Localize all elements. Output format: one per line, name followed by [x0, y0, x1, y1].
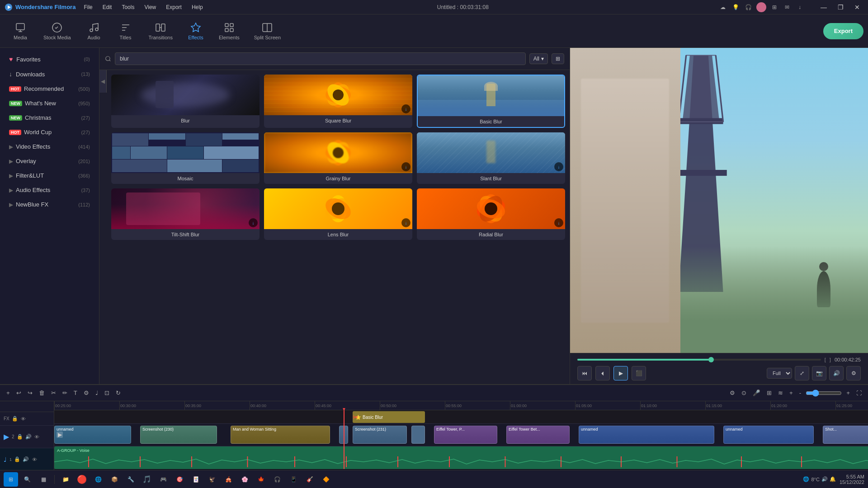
menu-file[interactable]: File — [79, 3, 97, 11]
full-screen-tl[interactable]: ⛶ — [854, 388, 863, 398]
audio-clip-main[interactable]: A-GROUP - Voise — [54, 446, 868, 469]
taskbar-icon-12[interactable]: 🌸 — [237, 472, 252, 487]
mail-icon[interactable]: ✉ — [783, 3, 792, 12]
menu-view[interactable]: View — [140, 3, 160, 11]
add-media-button[interactable]: + — [5, 388, 12, 398]
taskbar-icon-9[interactable]: 🃏 — [189, 472, 203, 487]
taskbar-icon-13[interactable]: 🍁 — [254, 472, 268, 487]
progress-bar-area[interactable]: [ ] 00:00:42:25 — [577, 357, 861, 362]
undo-button[interactable]: ↩ — [14, 388, 23, 398]
grid-toggle-button[interactable]: ⊞ — [552, 53, 564, 64]
toolbar-transitions[interactable]: Transitions — [142, 18, 180, 45]
toolbar-elements[interactable]: Elements — [212, 18, 247, 45]
menu-export[interactable]: Export — [161, 3, 186, 11]
sidebar-item-video-effects[interactable]: ▶ Video Effects (414) — [3, 140, 96, 154]
snap-button[interactable]: ⊙ — [740, 388, 748, 398]
taskbar-icon-7[interactable]: 🎮 — [156, 472, 170, 487]
settings-tl-button[interactable]: ⚙ — [728, 388, 737, 398]
track-visible-icon[interactable]: 👁 — [20, 415, 27, 422]
fullscreen-button[interactable]: ⤢ — [795, 366, 809, 380]
track-a-lock-icon[interactable]: 🔒 — [14, 456, 21, 463]
lightbulb-icon[interactable]: 💡 — [731, 3, 740, 12]
clip-screenshot-231[interactable] — [339, 426, 348, 444]
minimize-button[interactable]: — — [817, 3, 830, 12]
sidebar-item-filter-lut[interactable]: ▶ Filter&LUT (366) — [3, 169, 96, 183]
effect-flower3[interactable]: ↓ Radial Blur — [417, 188, 565, 240]
notification-icon[interactable]: 🔔 — [830, 476, 836, 482]
menu-tools[interactable]: Tools — [117, 3, 139, 11]
taskbar-icon-11[interactable]: 🎪 — [221, 472, 236, 487]
search-taskbar-button[interactable]: 🔍 — [20, 472, 34, 487]
clip-screenshot-230[interactable]: Screenshot (230) — [140, 426, 217, 444]
export-button[interactable]: Export — [823, 23, 863, 39]
sidebar-item-audio-effects[interactable]: ▶ Audio Effects (37) — [3, 183, 96, 197]
toolbar-split-screen[interactable]: Split Screen — [247, 18, 288, 45]
audio-meter-button[interactable]: 🔊 — [829, 366, 844, 380]
close-button[interactable]: ✕ — [851, 3, 863, 12]
effect-flower2[interactable]: ↓ Lens Blur — [264, 188, 412, 240]
clip-unnamed-1[interactable]: unnamed ▶ — [54, 426, 131, 444]
download-icon[interactable]: ↓ — [795, 3, 804, 12]
search-filter-dropdown[interactable]: All ▾ — [529, 53, 548, 64]
taskbar-icon-14[interactable]: 🎧 — [270, 472, 284, 487]
toolbar-audio[interactable]: Audio — [78, 18, 110, 45]
clip-screenshot-231-b[interactable]: Screenshot (231) — [353, 426, 407, 444]
clip-unnamed-2[interactable]: unnamed — [579, 426, 714, 444]
cut-button[interactable]: ✂ — [49, 388, 58, 398]
progress-bar[interactable] — [577, 359, 821, 361]
panel-collapse-button[interactable]: ◀ — [99, 70, 107, 93]
taskbar-icon-10[interactable]: 🦅 — [205, 472, 219, 487]
quality-select[interactable]: Full 1/2 1/4 — [767, 368, 792, 379]
taskbar-icon-2[interactable]: 🔴 — [75, 472, 89, 487]
settings-button[interactable]: ⚙ — [846, 366, 861, 380]
zoom-slider[interactable] — [806, 389, 842, 397]
rotate-button[interactable]: ↻ — [114, 388, 123, 398]
adjust-button[interactable]: ⚙ — [82, 388, 91, 398]
progress-thumb[interactable] — [708, 357, 714, 362]
taskbar-explorer[interactable]: 📁 — [58, 472, 73, 487]
redo-button[interactable]: ↪ — [26, 388, 34, 398]
sidebar-item-world-cup[interactable]: HOT World Cup (27) — [3, 125, 96, 139]
skip-back-button[interactable]: ⏮ — [577, 366, 592, 380]
pen-button[interactable]: ✏ — [61, 388, 69, 398]
menu-help[interactable]: Help — [187, 3, 208, 11]
play-button[interactable]: ▶ — [613, 366, 628, 380]
search-input[interactable] — [115, 52, 526, 65]
track-v-lock-icon[interactable]: 🔒 — [16, 433, 24, 441]
taskbar-icon-15[interactable]: 📱 — [286, 472, 301, 487]
maximize-button[interactable]: ❐ — [834, 3, 847, 12]
taskbar-icon-17[interactable]: 🔶 — [319, 472, 333, 487]
taskbar-icon-16[interactable]: 🎸 — [302, 472, 317, 487]
task-view-button[interactable]: ▦ — [36, 472, 51, 487]
layout-icon[interactable]: ⊞ — [770, 3, 779, 12]
sidebar-item-whats-new[interactable]: NEW What's New (950) — [3, 96, 96, 110]
effect-grainy-blur[interactable]: ↓ Grainy Blur — [264, 132, 412, 184]
audio-adjust-button[interactable]: ♩ — [94, 388, 100, 398]
zoom-out-button[interactable]: - — [797, 388, 803, 398]
toolbar-titles[interactable]: Titles — [110, 18, 142, 45]
step-back-button[interactable]: ⏴ — [595, 366, 610, 380]
split-audio-button[interactable]: ≋ — [776, 388, 785, 398]
cloud-icon[interactable]: ☁ — [718, 3, 727, 12]
clip-small[interactable] — [411, 426, 425, 444]
mic-button[interactable]: 🎤 — [751, 388, 762, 398]
effect-blur[interactable]: Blur — [111, 75, 259, 128]
clip-unnamed-3[interactable]: unnamed — [723, 426, 814, 444]
menu-edit[interactable]: Edit — [98, 3, 117, 11]
sidebar-item-christmas[interactable]: NEW Christmas (27) — [3, 111, 96, 125]
taskbar-icon-8[interactable]: 🎯 — [172, 472, 187, 487]
start-button[interactable]: ⊞ — [4, 472, 18, 487]
track-v-audio-icon[interactable]: 🔊 — [25, 433, 32, 441]
sidebar-item-recommended[interactable]: HOT Recommended (500) — [3, 82, 96, 96]
taskbar-icon-3[interactable]: 🌐 — [91, 472, 105, 487]
sidebar-item-downloads[interactable]: ↓ Downloads (13) — [3, 67, 96, 81]
toolbar-stock-media[interactable]: Stock Media — [36, 18, 78, 45]
delete-button[interactable]: 🗑 — [37, 388, 47, 398]
effect-pop[interactable]: ↓ Tilt-Shift Blur — [111, 188, 259, 240]
stop-button[interactable]: ⬛ — [632, 366, 646, 380]
taskbar-icon-6[interactable]: 🎵 — [140, 472, 154, 487]
track-a-audio-icon[interactable]: 🔊 — [22, 456, 29, 463]
effect-basic-blur[interactable]: Basic Blur — [417, 75, 565, 128]
sidebar-item-overlay[interactable]: ▶ Overlay (201) — [3, 154, 96, 168]
add-track-button[interactable]: + — [788, 388, 795, 398]
